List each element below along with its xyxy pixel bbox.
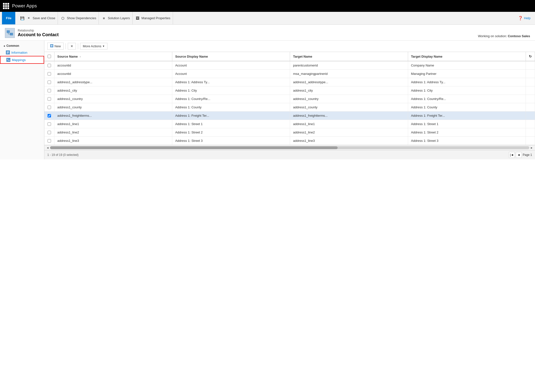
source-name-cell: accountid (54, 70, 172, 78)
source-name-cell: address1_line3 (54, 137, 172, 145)
row-extra-cell (526, 70, 535, 78)
grid-area: New ✕ More Actions ▼ (44, 41, 535, 159)
row-extra-cell (526, 95, 535, 103)
row-checkbox[interactable] (48, 131, 51, 134)
waffle-icon[interactable] (3, 3, 9, 9)
table-row: address1_addresstype... Address 1: Addre… (44, 78, 535, 86)
row-checkbox-cell (44, 95, 54, 103)
table-container[interactable]: Source Name ↑ Source Display Name Target… (44, 52, 535, 145)
col-source-name[interactable]: Source Name ↑ (54, 52, 172, 61)
help-section[interactable]: ❓ Help (516, 16, 533, 20)
target-name-cell: address1_line1 (290, 120, 408, 128)
row-extra-cell (526, 86, 535, 95)
row-checkbox[interactable] (48, 89, 51, 92)
row-checkbox-cell (44, 137, 54, 145)
source-display-cell: Address 1: Country/Re... (172, 95, 290, 103)
top-bar: Power Apps (0, 0, 535, 12)
scroll-left-icon[interactable]: ◄ (46, 146, 49, 149)
sidebar: ◄ Common Information Mappings (0, 41, 44, 159)
col-refresh[interactable]: ↻ (526, 52, 535, 61)
row-extra-cell (526, 128, 535, 137)
managed-properties-label: Managed Properties (141, 16, 170, 20)
page-header: Relationship Account to Contact Working … (0, 25, 535, 41)
col-source-display: Source Display Name (172, 52, 290, 61)
page-title: Account to Contact (18, 32, 59, 37)
solution-layers-section[interactable]: ≡ Solution Layers (99, 12, 133, 24)
row-checkbox[interactable] (48, 139, 51, 143)
svg-rect-5 (7, 51, 9, 52)
col-target-display: Target Display Name (408, 52, 526, 61)
table-row: address1_line1 Address 1: Street 1 addre… (44, 120, 535, 128)
delete-icon: ✕ (70, 44, 73, 48)
dependencies-icon: ⬡ (60, 16, 65, 21)
source-name-cell: address1_county (54, 103, 172, 112)
row-checkbox[interactable] (48, 106, 51, 109)
new-button[interactable]: New (47, 43, 64, 50)
scroll-thumb (50, 146, 338, 149)
row-checkbox[interactable] (48, 72, 51, 76)
row-checkbox-cell (44, 120, 54, 128)
source-name-cell: address1_country (54, 95, 172, 103)
row-checkbox[interactable] (48, 122, 51, 126)
sidebar-item-information[interactable]: Information (0, 49, 44, 56)
prev-page-button[interactable]: ◄ (516, 152, 522, 158)
target-display-cell: Address 1: Street 1 (408, 120, 526, 128)
row-extra-cell (526, 103, 535, 112)
show-dependencies-section[interactable]: ⬡ Show Dependencies (58, 12, 99, 24)
save-icon: 💾 (20, 16, 25, 21)
count-label: 1 - 19 of 19 (0 selected) (47, 153, 79, 157)
select-all-checkbox[interactable] (48, 55, 51, 58)
toolbar-sep-2 (78, 43, 78, 49)
col-target-display-label: Target Display Name (411, 55, 443, 58)
delete-button[interactable]: ✕ (68, 43, 76, 49)
row-checkbox[interactable] (48, 97, 51, 101)
target-name-cell: address1_line3 (290, 137, 408, 145)
row-checkbox[interactable] (48, 81, 51, 84)
first-page-button[interactable]: |◄ (509, 152, 515, 158)
svg-rect-9 (7, 59, 8, 60)
source-display-cell: Address 1: County (172, 103, 290, 112)
row-checkbox-cell (44, 86, 54, 95)
source-display-cell: Address 1: Freight Ter... (172, 112, 290, 120)
solution-name: Contoso Sales (508, 34, 530, 38)
mappings-label: Mappings (12, 58, 26, 62)
scroll-track[interactable] (50, 146, 529, 149)
sidebar-section-header: ◄ Common (0, 43, 44, 49)
page-subtitle: Relationship (18, 29, 59, 32)
sidebar-item-mappings[interactable]: Mappings (0, 56, 44, 64)
dropdown-arrow-icon: ▼ (102, 45, 105, 48)
show-dependencies-label: Show Dependencies (67, 16, 96, 20)
table-row: address1_line3 Address 1: Street 3 addre… (44, 137, 535, 145)
table-body: accountid Account parentcustomerid Compa… (44, 61, 535, 145)
file-button[interactable]: File (2, 12, 15, 24)
table-row: accountid Account msa_managingpartnerid … (44, 70, 535, 78)
row-extra-cell (526, 137, 535, 145)
target-name-cell: address1_county (290, 103, 408, 112)
scroll-right-icon[interactable]: ► (530, 146, 533, 149)
mappings-icon (6, 58, 10, 62)
target-name-cell: address1_country (290, 95, 408, 103)
managed-properties-section[interactable]: 🖼 Managed Properties (133, 12, 173, 24)
page-label: Page 1 (523, 153, 532, 157)
row-checkbox[interactable] (48, 114, 51, 117)
col-source-name-label: Source Name (57, 55, 78, 58)
more-actions-button[interactable]: More Actions ▼ (80, 43, 107, 49)
svg-rect-7 (7, 53, 8, 53)
target-name-cell: address1_freightterms... (290, 112, 408, 120)
target-display-cell: Company Name (408, 61, 526, 70)
save-close-section[interactable]: 💾 ✕ Save and Close (17, 12, 58, 24)
table-row: address1_line2 Address 1: Street 2 addre… (44, 128, 535, 137)
page-icon (5, 28, 15, 38)
row-checkbox[interactable] (48, 64, 51, 67)
row-checkbox-cell (44, 128, 54, 137)
row-checkbox-cell (44, 103, 54, 112)
grid-toolbar: New ✕ More Actions ▼ (44, 41, 535, 52)
source-display-cell: Address 1: Street 1 (172, 120, 290, 128)
row-extra-cell (526, 61, 535, 70)
status-bar: 1 - 19 of 19 (0 selected) |◄ ◄ Page 1 (44, 150, 535, 159)
row-checkbox-cell (44, 70, 54, 78)
source-name-cell: accountid (54, 61, 172, 70)
target-name-cell: parentcustomerid (290, 61, 408, 70)
table-row: address1_city Address 1: City address1_c… (44, 86, 535, 95)
target-name-cell: msa_managingpartnerid (290, 70, 408, 78)
